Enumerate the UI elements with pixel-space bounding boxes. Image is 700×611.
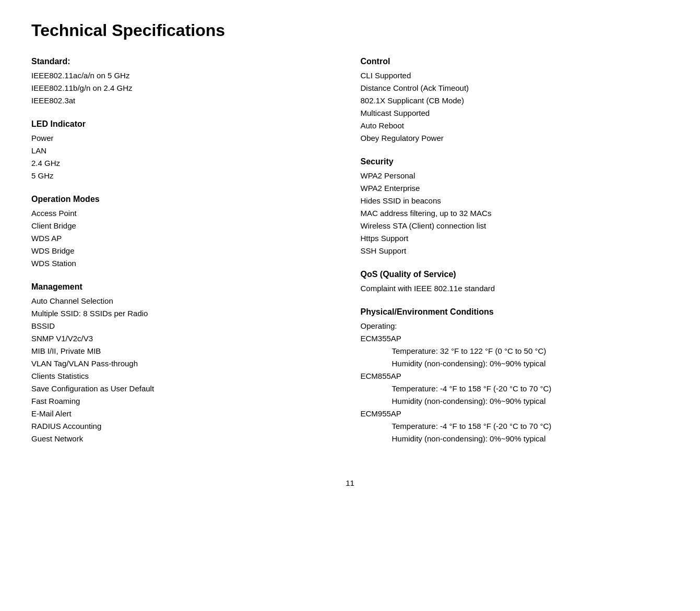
section-standard: Standard:IEEE802.11ac/a/n on 5 GHzIEEE80… <box>31 57 340 107</box>
section-title-led-indicator: LED Indicator <box>31 119 340 129</box>
page-title: Technical Specifications <box>31 21 669 40</box>
list-item: WDS Station <box>31 257 340 270</box>
list-item: Auto Channel Selection <box>31 295 340 307</box>
list-item: MIB I/II, Private MIB <box>31 345 340 357</box>
list-item: WDS Bridge <box>31 245 340 257</box>
list-item: Auto Reboot <box>361 119 669 132</box>
section-title-management: Management <box>31 282 340 292</box>
list-item: Obey Regulatory Power <box>361 132 669 145</box>
list-item: MAC address filtering, up to 32 MACs <box>361 207 669 220</box>
list-item: 802.1X Supplicant (CB Mode) <box>361 94 669 107</box>
section-title-physical: Physical/Environment Conditions <box>361 307 669 317</box>
list-item: SNMP V1/V2c/V3 <box>31 332 340 345</box>
list-item: Distance Control (Ack Timeout) <box>361 82 669 94</box>
model-name: ECM355AP <box>361 332 669 345</box>
list-item: Wireless STA (Client) connection list <box>361 220 669 232</box>
list-item: E-Mail Alert <box>31 408 340 420</box>
model-temp: Temperature: 32 °F to 122 °F (0 °C to 50… <box>361 345 669 357</box>
section-led-indicator: LED IndicatorPowerLAN2.4 GHz5 GHz <box>31 119 340 182</box>
list-item: Fast Roaming <box>31 395 340 408</box>
section-qos: QoS (Quality of Service)Complaint with I… <box>361 270 669 295</box>
list-item: IEEE802.11ac/a/n on 5 GHz <box>31 69 340 82</box>
list-item: Save Configuration as User Default <box>31 382 340 395</box>
list-item: 5 GHz <box>31 170 340 182</box>
list-item: LAN <box>31 145 340 157</box>
model-temp: Temperature: -4 °F to 158 °F (-20 °C to … <box>361 420 669 433</box>
section-title-operation-modes: Operation Modes <box>31 195 340 204</box>
model-name: ECM955AP <box>361 408 669 420</box>
left-column: Standard:IEEE802.11ac/a/n on 5 GHzIEEE80… <box>31 57 340 458</box>
list-item: Power <box>31 132 340 145</box>
list-item: Access Point <box>31 207 340 220</box>
list-item: WDS AP <box>31 232 340 245</box>
section-operation-modes: Operation ModesAccess PointClient Bridge… <box>31 195 340 270</box>
section-security: SecurityWPA2 PersonalWPA2 EnterpriseHide… <box>361 157 669 257</box>
list-item: IEEE802.11b/g/n on 2.4 GHz <box>31 82 340 94</box>
section-control: ControlCLI SupportedDistance Control (Ac… <box>361 57 669 145</box>
list-item: RADIUS Accounting <box>31 420 340 433</box>
list-item: Guest Network <box>31 433 340 445</box>
list-item: BSSID <box>31 320 340 332</box>
list-item: Hides SSID in beacons <box>361 195 669 207</box>
list-item: VLAN Tag/VLAN Pass-through <box>31 357 340 370</box>
model-humidity: Humidity (non-condensing): 0%~90% typica… <box>361 357 669 370</box>
list-item: WPA2 Enterprise <box>361 182 669 195</box>
section-title-security: Security <box>361 157 669 166</box>
section-title-control: Control <box>361 57 669 66</box>
page-number: 11 <box>31 478 669 487</box>
right-column: ControlCLI SupportedDistance Control (Ac… <box>361 57 669 458</box>
model-name: ECM855AP <box>361 370 669 382</box>
list-item: CLI Supported <box>361 69 669 82</box>
list-item: IEEE802.3at <box>31 94 340 107</box>
list-item: Client Bridge <box>31 220 340 232</box>
section-title-standard: Standard: <box>31 57 340 66</box>
operating-label: Operating: <box>361 320 669 332</box>
list-item: Complaint with IEEE 802.11e standard <box>361 282 669 295</box>
section-management: ManagementAuto Channel SelectionMultiple… <box>31 282 340 445</box>
list-item: Multiple SSID: 8 SSIDs per Radio <box>31 307 340 320</box>
list-item: Clients Statistics <box>31 370 340 382</box>
list-item: WPA2 Personal <box>361 170 669 182</box>
list-item: Multicast Supported <box>361 107 669 119</box>
model-humidity: Humidity (non-condensing): 0%~90% typica… <box>361 433 669 445</box>
model-temp: Temperature: -4 °F to 158 °F (-20 °C to … <box>361 382 669 395</box>
section-title-qos: QoS (Quality of Service) <box>361 270 669 279</box>
list-item: Https Support <box>361 232 669 245</box>
model-humidity: Humidity (non-condensing): 0%~90% typica… <box>361 395 669 408</box>
list-item: SSH Support <box>361 245 669 257</box>
section-physical: Physical/Environment ConditionsOperating… <box>361 307 669 445</box>
list-item: 2.4 GHz <box>31 157 340 170</box>
